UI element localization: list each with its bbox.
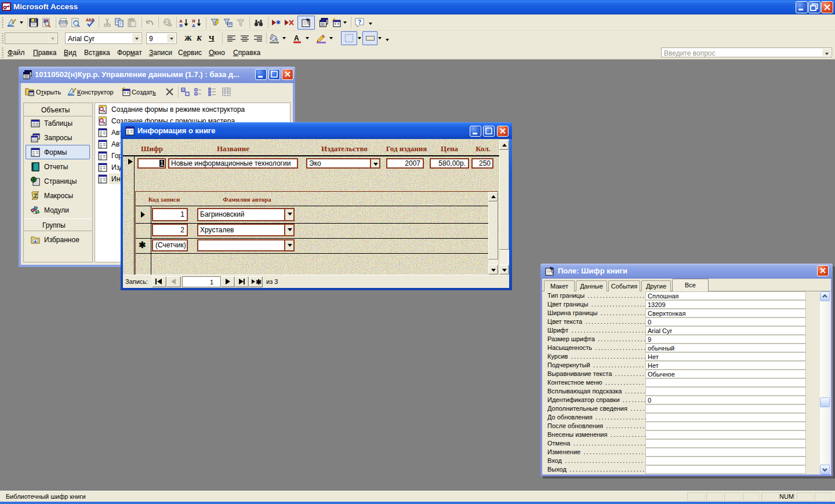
svg-text:?: ?: [358, 19, 361, 25]
svg-text:А: А: [192, 23, 195, 27]
svg-text:D: D: [182, 89, 185, 92]
svg-text:✱: ✱: [256, 278, 262, 286]
svg-text:Я: Я: [179, 23, 183, 27]
svg-text:A: A: [294, 34, 299, 42]
